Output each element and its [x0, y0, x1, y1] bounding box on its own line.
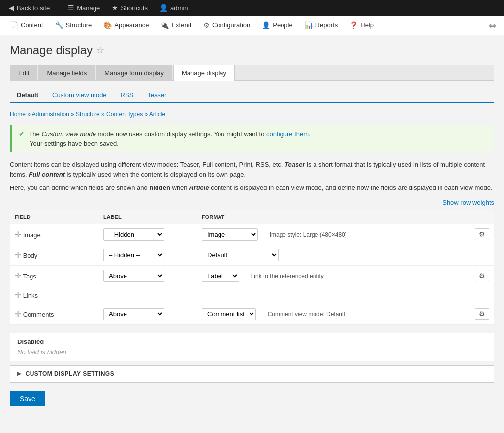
user-icon: 👤	[159, 4, 168, 12]
nav-right: ⇔	[485, 20, 500, 31]
page-content: Manage display ☆ Edit Manage fields Mana…	[0, 35, 504, 414]
admin-user-button[interactable]: 👤 admin	[155, 2, 192, 14]
people-icon: 👤	[262, 21, 270, 29]
label-select-image[interactable]: – Hidden – Above Inline Visually Hidden	[103, 228, 164, 241]
status-line-2: Your settings have been saved.	[19, 140, 487, 147]
breadcrumb: Home » Administration » Structure » Cont…	[10, 111, 494, 118]
config-icon: ⚙	[203, 21, 210, 29]
tab-default[interactable]: Default	[10, 89, 45, 103]
col-settings	[470, 210, 494, 224]
primary-tabs: Edit Manage fields Manage form display M…	[10, 65, 494, 81]
nav-content[interactable]: 📄 Content	[4, 16, 49, 35]
nav-appearance[interactable]: 🎨 Appearance	[97, 16, 155, 35]
description-line1: Content items can be displayed using dif…	[10, 160, 494, 179]
breadcrumb-home[interactable]: Home	[10, 111, 26, 118]
structure-icon: 🔧	[55, 21, 63, 29]
drag-handle-tags[interactable]: ✛	[15, 272, 21, 280]
tab-rss[interactable]: RSS	[114, 89, 141, 103]
breadcrumb-content-types[interactable]: Content types	[106, 111, 143, 118]
description-line2: Here, you can define which fields are sh…	[10, 183, 494, 193]
tab-manage-form-display[interactable]: Manage form display	[96, 65, 172, 81]
tab-edit[interactable]: Edit	[10, 65, 37, 81]
show-row-weights-link[interactable]: Show row weights	[442, 199, 494, 206]
triangle-icon: ▶	[17, 371, 22, 376]
format-select-tags[interactable]: Label Default	[202, 270, 239, 282]
field-name-body: Body	[23, 252, 38, 259]
check-icon: ✔	[19, 130, 24, 138]
gear-button-image[interactable]: ⚙	[475, 228, 489, 240]
help-icon: ❓	[349, 21, 358, 29]
format-select-image[interactable]: Image URL to image	[202, 228, 258, 241]
admin-bar: ◀ Back to site ☰ Manage ★ Shortcuts 👤 ad…	[0, 0, 504, 16]
col-label: LABEL	[98, 210, 197, 224]
nav-configuration[interactable]: ⚙ Configuration	[197, 16, 256, 35]
back-to-site-button[interactable]: ◀ Back to site	[4, 2, 55, 14]
breadcrumb-article[interactable]: Article	[149, 111, 165, 118]
star-icon: ★	[112, 4, 118, 12]
settings-text-comments: Comment view mode: Default	[268, 311, 345, 318]
nav-help[interactable]: ❓ Help	[344, 16, 379, 35]
settings-text-tags: Link to the referenced entity	[251, 273, 324, 279]
manage-menu-button[interactable]: ☰ Manage	[63, 2, 105, 14]
drag-handle-image[interactable]: ✛	[15, 230, 21, 239]
table-row: ✛ Image – Hidden – Above Inline Visually…	[10, 224, 494, 245]
tab-custom-view-mode[interactable]: Custom view mode	[45, 89, 114, 103]
save-container: Save	[10, 391, 494, 406]
col-format: FORMAT	[197, 210, 470, 224]
nav-people[interactable]: 👤 People	[256, 16, 298, 35]
tab-manage-display[interactable]: Manage display	[173, 65, 235, 81]
content-icon: 📄	[10, 21, 18, 29]
tab-manage-fields[interactable]: Manage fields	[38, 65, 95, 81]
drag-handle-links[interactable]: ✛	[15, 291, 21, 299]
bookmark-icon[interactable]: ☆	[96, 45, 104, 56]
field-name-image: Image	[23, 231, 41, 239]
gear-button-comments[interactable]: ⚙	[475, 308, 489, 320]
shortcuts-button[interactable]: ★ Shortcuts	[107, 2, 153, 14]
table-row: ✛ Links	[10, 286, 494, 304]
label-select-comments[interactable]: Above – Hidden – Inline Visually Hidden	[103, 308, 164, 320]
menu-icon: ☰	[68, 4, 74, 12]
gear-button-tags[interactable]: ⚙	[475, 270, 489, 281]
field-name-tags: Tags	[23, 273, 36, 280]
col-field: FIELD	[10, 210, 98, 224]
back-icon: ◀	[9, 4, 14, 12]
fields-table: FIELD LABEL FORMAT ✛ Image – Hidden – Ab…	[10, 210, 494, 325]
nav-expand-icon[interactable]: ⇔	[485, 20, 500, 31]
status-line-1: ✔ The Custom view mode mode now uses cus…	[19, 130, 487, 138]
label-select-tags[interactable]: Above – Hidden – Inline Visually Hidden	[103, 270, 164, 282]
drag-handle-body[interactable]: ✛	[15, 251, 21, 259]
nav-structure[interactable]: 🔧 Structure	[49, 16, 98, 35]
breadcrumb-structure[interactable]: Structure	[76, 111, 100, 118]
custom-display-header[interactable]: ▶ CUSTOM DISPLAY SETTINGS	[10, 366, 494, 382]
appearance-icon: 🎨	[103, 21, 112, 29]
settings-text-image: Image style: Large (480×480)	[270, 231, 347, 238]
divider-1	[59, 3, 59, 13]
drag-handle-comments[interactable]: ✛	[15, 310, 21, 318]
secondary-tabs: Default Custom view mode RSS Teaser	[10, 89, 494, 103]
table-row: ✛ Body – Hidden – Above Inline Visually …	[10, 245, 494, 265]
page-title: Manage display ☆	[10, 43, 494, 57]
disabled-title: Disabled	[17, 338, 487, 345]
configure-link[interactable]: configure them.	[266, 130, 311, 138]
field-name-links: Links	[23, 292, 38, 299]
table-row: ✛ Comments Above – Hidden – Inline Visua…	[10, 304, 494, 324]
reports-icon: 📊	[305, 21, 313, 29]
status-message: ✔ The Custom view mode mode now uses cus…	[10, 125, 494, 152]
extend-icon: 🔌	[160, 21, 169, 29]
tab-teaser[interactable]: Teaser	[140, 89, 173, 103]
table-header-row: FIELD LABEL FORMAT	[10, 210, 494, 224]
nav-extend[interactable]: 🔌 Extend	[155, 16, 197, 35]
nav-reports[interactable]: 📊 Reports	[299, 16, 344, 35]
custom-display-settings: ▶ CUSTOM DISPLAY SETTINGS	[10, 365, 494, 383]
disabled-empty-text: No field is hidden.	[17, 348, 487, 356]
save-button[interactable]: Save	[10, 391, 45, 406]
breadcrumb-administration[interactable]: Administration	[32, 111, 69, 118]
label-select-body[interactable]: – Hidden – Above Inline Visually Hidden	[103, 249, 164, 261]
main-nav: 📄 Content 🔧 Structure 🎨 Appearance 🔌 Ext…	[0, 16, 504, 35]
format-select-comments[interactable]: Comment list Default	[202, 308, 256, 320]
disabled-section: Disabled No field is hidden.	[10, 333, 494, 361]
field-name-comments: Comments	[23, 311, 54, 318]
row-weights-container: Show row weights	[10, 199, 494, 206]
table-row: ✛ Tags Above – Hidden – Inline Visually …	[10, 265, 494, 286]
format-select-body[interactable]: Default Summary or trimmed Trimmed	[202, 249, 279, 261]
